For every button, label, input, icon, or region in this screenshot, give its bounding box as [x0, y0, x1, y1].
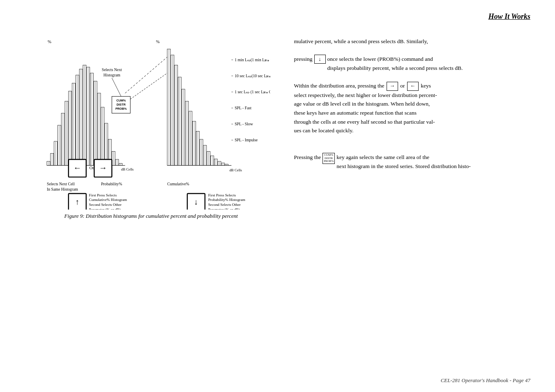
- figure-panel: % %: [25, 37, 278, 219]
- figure-caption: Figure 9: Distribution histograms for cu…: [64, 213, 238, 219]
- page-title: How It Works: [488, 12, 530, 21]
- footer: CEL-281 Operator's Handbook - Page 47: [441, 377, 530, 384]
- page-container: How It Works % %: [0, 0, 555, 392]
- svg-text:CUM%: CUM%: [116, 99, 126, 102]
- svg-text:Selects Next Cell: Selects Next Cell: [47, 182, 75, 186]
- svg-text:→: →: [99, 163, 107, 172]
- paragraph-1: mulative percent, while a second press s…: [294, 37, 531, 46]
- svg-line-81: [125, 57, 167, 93]
- figure-diagram: % %: [32, 37, 270, 210]
- svg-text:←: ←: [73, 163, 81, 172]
- paragraph-4: Pressing the CUM%DISTRPROB% key again se…: [294, 153, 531, 171]
- svg-text:DISTR: DISTR: [117, 103, 126, 106]
- svg-text:Selects Next: Selects Next: [102, 67, 122, 72]
- svg-text:SPL - Slow: SPL - Slow: [235, 122, 253, 126]
- svg-text:Second Selects Other: Second Selects Other: [89, 203, 121, 207]
- svg-text:Second Selects Other: Second Selects Other: [208, 203, 240, 207]
- svg-text:Or: Or: [89, 165, 94, 170]
- svg-text:Parameter (% or dB): Parameter (% or dB): [208, 208, 240, 210]
- svg-text:↑: ↑: [75, 197, 79, 206]
- svg-text:%: %: [48, 39, 51, 44]
- paragraph-3: Within the distribution area, pressing t…: [294, 81, 531, 135]
- header: How It Works: [488, 12, 530, 21]
- paragraph-2: pressing ↓ once selects the lower (PROB%…: [294, 55, 531, 72]
- svg-text:1 sec Lₑₚ (1 sec L₃ₜₒ Q=3): 1 sec Lₑₚ (1 sec L₃ₜₒ Q=3): [235, 90, 270, 95]
- left-arrow-inline: ←: [407, 82, 419, 91]
- svg-text:↓: ↓: [194, 197, 198, 206]
- svg-text:Histogram: Histogram: [103, 73, 120, 77]
- svg-text:First Press Selects: First Press Selects: [208, 193, 236, 197]
- svg-text:Cumulative%: Cumulative%: [167, 182, 189, 186]
- cum-btn-inline: CUM%DISTRPROB%: [322, 153, 335, 164]
- svg-text:10 sec Lₑₚ(10 sec L₃ₜₒ Q=3): 10 sec Lₑₚ(10 sec L₃ₜₒ Q=3): [235, 74, 270, 78]
- svg-text:SPL - Impulse: SPL - Impulse: [235, 138, 258, 142]
- svg-text:1 min Lₑₚ(1 min L₃ₜₒ Q=3): 1 min Lₑₚ(1 min L₃ₜₒ Q=3): [235, 58, 270, 62]
- svg-text:Cumulative% Histogram: Cumulative% Histogram: [89, 198, 127, 202]
- svg-text:Probability% Histogram: Probability% Histogram: [208, 198, 245, 202]
- svg-text:SPL - Fast: SPL - Fast: [235, 106, 251, 110]
- svg-line-86: [130, 73, 167, 99]
- svg-line-98: [112, 78, 121, 97]
- right-arrow-inline: →: [387, 82, 398, 91]
- svg-text:Probability%: Probability%: [101, 182, 122, 186]
- svg-text:In Same Histogram: In Same Histogram: [47, 187, 78, 191]
- footer-text: CEL-281 Operator's Handbook - Page 47: [441, 377, 530, 383]
- main-content: % %: [25, 37, 530, 219]
- svg-text:dB Cells: dB Cells: [121, 167, 134, 171]
- svg-text:dB Cells: dB Cells: [229, 168, 242, 172]
- down-arrow-inline: ↓: [314, 55, 326, 64]
- svg-text:Parameter (% or dB): Parameter (% or dB): [89, 208, 120, 210]
- svg-text:%: %: [156, 39, 159, 44]
- body-text: mulative percent, while a second press s…: [286, 37, 531, 219]
- svg-text:First Press Selects: First Press Selects: [89, 193, 117, 197]
- svg-text:PROB%: PROB%: [115, 107, 127, 111]
